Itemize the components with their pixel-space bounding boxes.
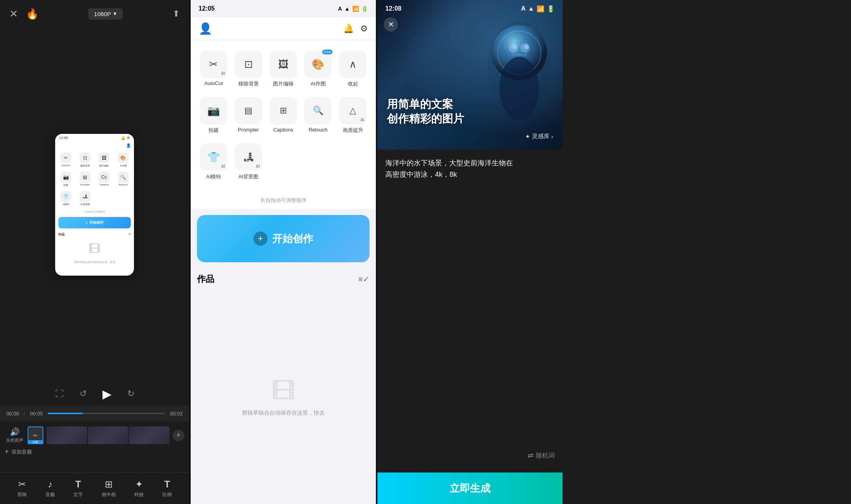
- feature-ai-model[interactable]: 👕 AI AI模特: [197, 139, 230, 184]
- cut-label: 剪辑: [17, 491, 27, 498]
- header-right-buttons: 🔔 ⚙: [343, 24, 368, 34]
- phone-grid-prompter: ▤ Prompter: [76, 170, 95, 189]
- phone-grid-retouch: 🔍 Retouch: [114, 170, 133, 189]
- phone-grid-aibg: 🏞 AI背景图: [76, 189, 95, 208]
- feature-captions[interactable]: ⊞ Captions: [267, 93, 300, 138]
- generate-button[interactable]: 立即生成: [377, 472, 563, 504]
- phone-grid-captions: Cc Captions: [95, 170, 113, 189]
- video-strip-1[interactable]: [46, 426, 87, 444]
- imgedit-icon-box: 🖼: [269, 50, 297, 78]
- removebg-label: 移除背景: [238, 80, 259, 87]
- right-indicator: A: [521, 5, 526, 12]
- right-status-bar: 12:08 A ▲ 📶 🔋: [377, 0, 563, 17]
- close-button-right[interactable]: ✕: [384, 17, 398, 32]
- resolution-button[interactable]: 1080P ▼: [88, 8, 123, 20]
- track-close-label: 关闭原声: [6, 437, 23, 443]
- play-button[interactable]: ▶: [102, 387, 111, 401]
- phone-grid-aiart: 🎨 AI作图: [114, 151, 133, 169]
- works-manage-icon[interactable]: ≡✓: [358, 274, 370, 284]
- phone-status-icons: 🔔⚙: [121, 136, 130, 140]
- effects-label: 特效: [134, 491, 144, 498]
- timeline-scrubber[interactable]: [48, 413, 165, 414]
- prompter-label: Prompter: [238, 127, 259, 133]
- cut-icon: ✂: [18, 479, 26, 490]
- forward-icon[interactable]: ↻: [127, 389, 134, 399]
- camera-icon: 📷: [207, 105, 220, 117]
- sparkle-icon: ✦: [525, 133, 530, 140]
- tool-pip[interactable]: ⊞ 画中画: [102, 479, 116, 498]
- shuffle-icon: ⇌: [528, 451, 533, 460]
- feature-prompter[interactable]: ▤ Prompter: [232, 93, 265, 138]
- feature-collapse[interactable]: ∧ 收起: [336, 46, 370, 91]
- works-title: 作品: [197, 273, 214, 285]
- effects-icon: ✦: [135, 479, 143, 490]
- aimodel-icon: 👕: [207, 151, 220, 163]
- phone-start-button[interactable]: + 开始创作: [58, 217, 131, 228]
- add-strip-button[interactable]: +: [173, 430, 184, 441]
- random-word-button[interactable]: ⇌ 随机词: [385, 447, 555, 465]
- prompt-text-display[interactable]: 海洋中的水下场景，大型史前海洋生物在 高密度中游泳，4k，8k: [385, 158, 555, 447]
- center-status-bar: 12:05 A ▲ 📶 🔋: [191, 0, 376, 17]
- captions-icon-box: ⊞: [269, 97, 297, 124]
- generate-label: 立即生成: [450, 482, 491, 495]
- center-indicator: A: [338, 6, 342, 12]
- start-create-button[interactable]: + 开始创作: [197, 215, 370, 262]
- right-time: 12:08: [385, 5, 401, 12]
- tool-text[interactable]: T 文字: [73, 479, 83, 498]
- tool-ratio[interactable]: T 比例: [162, 479, 172, 498]
- tool-effects[interactable]: ✦ 特效: [134, 479, 144, 498]
- enhance-ai-badge: AI: [360, 118, 364, 122]
- tool-audio[interactable]: ♪ 音频: [45, 479, 55, 498]
- start-create-plus-icon: +: [253, 232, 268, 246]
- autocut-ai-badge: AI: [221, 71, 225, 76]
- center-status-icons: A ▲ 📶 🔋: [338, 6, 368, 12]
- video-strip-3[interactable]: [129, 426, 169, 444]
- upload-icon[interactable]: ⬆: [173, 9, 180, 19]
- time-current: 00:00: [6, 411, 19, 417]
- rewind-icon[interactable]: ↺: [80, 389, 87, 399]
- aibg-ai-badge: AI: [256, 164, 260, 169]
- right-battery-icon: 🔋: [547, 5, 555, 13]
- feature-ai-bg[interactable]: 🏞 AI AI背景图: [232, 139, 265, 184]
- bell-icon[interactable]: 🔔: [343, 24, 354, 34]
- feature-enhance[interactable]: △ AI 画质提升: [336, 93, 370, 138]
- feature-remove-bg[interactable]: ⊡ 移除背景: [232, 46, 265, 91]
- works-header: 作品 ≡✓: [197, 269, 370, 290]
- playback-controls: ⛶ ↺ ▶ ↻: [0, 382, 189, 406]
- main-app-panel: 12:05 A ▲ 📶 🔋 👤 🔔 ⚙ ✂ AI AutoCut: [191, 0, 376, 504]
- phone-film-decoration: 🎞: [55, 238, 134, 259]
- cover-badge: ✏ 封面: [28, 426, 43, 444]
- free-badge: Free: [322, 50, 333, 54]
- phone-drag-hint: 长按拖动可调整顺序: [55, 209, 134, 215]
- prompt-area: 海洋中的水下场景，大型史前海洋生物在 高密度中游泳，4k，8k ⇌ 随机词: [377, 150, 563, 472]
- center-time: 12:05: [199, 5, 215, 12]
- inspiration-link[interactable]: ✦ 灵感库 ›: [525, 133, 553, 140]
- signal-icon: 📶: [352, 6, 359, 12]
- speaker-icon: 🔊: [10, 427, 20, 437]
- user-avatar-icon[interactable]: 👤: [199, 22, 212, 35]
- removebg-icon: ⊡: [244, 58, 253, 70]
- enhance-icon: △: [349, 106, 356, 116]
- fullscreen-icon[interactable]: ⛶: [55, 389, 64, 399]
- video-strip-2[interactable]: [88, 426, 128, 444]
- aibg-label: AI背景图: [238, 173, 258, 180]
- feature-retouch[interactable]: 🔍 Retouch: [301, 93, 334, 138]
- hero-figure-svg: [480, 17, 559, 135]
- close-icon[interactable]: ✕: [9, 8, 18, 20]
- aiart-icon-box: 🎨 Free: [304, 50, 332, 78]
- add-audio-row[interactable]: + 添加音频: [0, 446, 189, 458]
- collapse-label: 收起: [348, 80, 358, 87]
- aibg-icon-box: 🏞 AI: [235, 143, 262, 171]
- feature-ai-art[interactable]: 🎨 Free AI作图: [301, 46, 334, 91]
- tool-cut[interactable]: ✂ 剪辑: [17, 479, 27, 498]
- video-strip-container: [46, 426, 169, 444]
- phone-top-icons: 👤: [55, 142, 134, 149]
- imgedit-icon: 🖼: [278, 58, 288, 70]
- editor-top-left: ✕ 🔥: [9, 8, 39, 20]
- feature-autocut[interactable]: ✂ AI AutoCut: [197, 46, 230, 91]
- feature-img-edit[interactable]: 🖼 图片编辑: [267, 46, 300, 91]
- wifi-icon: ▲: [344, 6, 350, 12]
- phone-grid-removebg: ⊡ 移除背景: [76, 151, 95, 169]
- feature-camera[interactable]: 📷 拍摄: [197, 93, 230, 138]
- settings-icon[interactable]: ⚙: [360, 24, 368, 34]
